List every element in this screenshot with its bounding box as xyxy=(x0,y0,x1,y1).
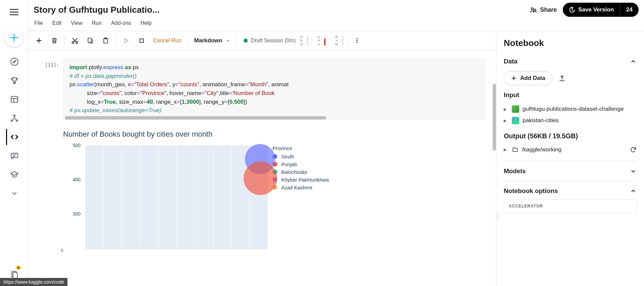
menu-addons[interactable]: Add-ons xyxy=(111,20,131,26)
save-version-label: Save Version xyxy=(578,6,614,13)
svg-point-3 xyxy=(14,115,15,116)
cell-prompt: [11]: xyxy=(39,58,59,120)
y-tick-400: 400 xyxy=(73,177,81,182)
delete-cell-button[interactable] xyxy=(48,34,61,47)
menu-view[interactable]: View xyxy=(71,20,82,26)
stop-button[interactable] xyxy=(135,34,148,47)
save-version-button[interactable]: Save Version 24 xyxy=(563,3,639,17)
svg-marker-16 xyxy=(125,39,129,43)
trophy-icon[interactable] xyxy=(6,73,22,89)
menu-help[interactable]: Help xyxy=(141,20,152,26)
plot-background xyxy=(85,145,268,249)
header: Story of Gufhtugu Publicatio... Share Sa… xyxy=(28,0,644,31)
chevron-up-icon xyxy=(630,188,637,194)
chart-title: Number of Books bought by cities over mo… xyxy=(63,130,485,139)
right-panel: Notebook Data Add Data xyxy=(496,31,644,286)
add-data-button[interactable]: Add Data xyxy=(504,71,552,85)
chart-output: Number of Books bought by cities over mo… xyxy=(63,130,485,249)
copy-button[interactable] xyxy=(84,34,97,47)
svg-point-20 xyxy=(356,42,357,43)
code-cell[interactable]: [11]: import plotly.express as px # df =… xyxy=(39,58,485,120)
input-heading: Input xyxy=(504,91,637,99)
models-icon[interactable] xyxy=(6,110,22,126)
menu-edit[interactable]: Edit xyxy=(52,20,62,26)
run-cell-button[interactable] xyxy=(119,34,133,47)
notebook-title[interactable]: Story of Gufhtugu Publicatio... xyxy=(34,5,160,15)
legend-item-balochistan[interactable]: Balochistān xyxy=(273,169,329,175)
folder-icon xyxy=(512,147,518,153)
learn-icon[interactable] xyxy=(6,166,22,183)
legend-item-kp[interactable]: Khyber Pakhtunkhwa xyxy=(273,177,329,183)
session-label: Draft Session (0m) xyxy=(251,38,296,44)
share-label: Share xyxy=(540,6,557,13)
accelerator-box[interactable]: ACCELERATOR xyxy=(504,199,637,213)
chevron-up-icon xyxy=(630,58,637,65)
accelerator-label: ACCELERATOR xyxy=(509,204,632,208)
code-icon[interactable] xyxy=(6,129,22,145)
chart-legend: Province Sindh Punjab Balochistān Khyber… xyxy=(273,145,329,249)
paste-button[interactable] xyxy=(99,34,112,47)
svg-point-19 xyxy=(356,40,357,41)
scrollbar-thumb[interactable] xyxy=(493,84,496,151)
cell-type-dropdown[interactable]: Markdown xyxy=(191,37,233,44)
legend-item-ak[interactable]: Azad Kashmir xyxy=(273,185,329,190)
code-horizontal-scrollbar[interactable] xyxy=(65,116,326,120)
cancel-run-button[interactable]: Cancel Run xyxy=(150,38,184,44)
chart-plot-area[interactable]: 500 400 300 c xyxy=(63,145,268,249)
svg-rect-13 xyxy=(88,38,91,42)
svg-rect-2 xyxy=(11,96,18,102)
recent-badge: 1 xyxy=(16,266,21,270)
create-button[interactable] xyxy=(5,28,23,47)
svg-point-9 xyxy=(531,8,533,10)
expand-more-icon[interactable] xyxy=(6,185,22,201)
cut-button[interactable] xyxy=(68,34,82,47)
code-editor[interactable]: import plotly.express as px # df = px.da… xyxy=(63,58,485,120)
hamburger-menu[interactable] xyxy=(7,5,21,19)
data-section-header[interactable]: Data xyxy=(504,58,637,65)
add-cell-button[interactable] xyxy=(32,34,46,47)
cpu-meter: CPU xyxy=(315,35,326,46)
output-heading: Output (56KB / 19.5GB) xyxy=(504,132,637,140)
left-nav-rail: 1 xyxy=(0,0,28,286)
status-bar-url: https://www.kaggle.com/code xyxy=(0,278,67,286)
models-section-header[interactable]: Models xyxy=(504,168,637,175)
menu-file[interactable]: File xyxy=(34,20,43,26)
dataset-pakistan-cities[interactable]: ▸ pakistan-cities xyxy=(504,115,637,126)
svg-rect-6 xyxy=(11,153,18,157)
svg-point-18 xyxy=(356,38,357,39)
legend-item-sindh[interactable]: Sindh xyxy=(273,154,329,159)
y-axis-label: c xyxy=(61,247,63,253)
legend-title: Province xyxy=(273,145,329,151)
menu-run[interactable]: Run xyxy=(92,20,102,26)
table-icon[interactable] xyxy=(6,91,22,107)
cell-type-label: Markdown xyxy=(194,37,222,44)
refresh-output-button[interactable] xyxy=(630,146,637,153)
ram-meter: RAM xyxy=(333,35,343,46)
bubble-punjab[interactable] xyxy=(244,161,277,195)
svg-rect-17 xyxy=(140,39,144,42)
discussions-icon[interactable] xyxy=(6,148,22,164)
chevron-down-icon xyxy=(630,168,637,175)
dataset-gufhtugu[interactable]: ▸ gufhtugu-publications-dataset-challeng… xyxy=(504,103,637,115)
menu-bar: File Edit View Run Add-ons Help xyxy=(34,17,639,31)
more-options-button[interactable] xyxy=(350,34,364,47)
options-section-header[interactable]: Notebook options xyxy=(504,187,637,195)
collapse-panel-button[interactable] xyxy=(496,212,500,220)
y-tick-500: 500 xyxy=(73,143,81,148)
svg-marker-1 xyxy=(13,60,16,63)
legend-item-punjab[interactable]: Punjab xyxy=(273,161,329,167)
save-version-count[interactable]: 24 xyxy=(620,3,639,17)
hdd-meter: HDD xyxy=(298,35,308,46)
share-button[interactable]: Share xyxy=(529,6,557,14)
svg-rect-8 xyxy=(13,273,17,278)
notebook-body[interactable]: [11]: import plotly.express as px # df =… xyxy=(28,50,496,286)
dataset-thumb-icon xyxy=(512,105,519,113)
compass-icon[interactable] xyxy=(6,54,22,70)
dataset-thumb-icon xyxy=(512,117,519,124)
output-working-dir[interactable]: ▸ /kaggle/working xyxy=(504,144,637,155)
y-tick-300: 300 xyxy=(73,211,81,217)
session-status[interactable]: Draft Session (0m) xyxy=(244,38,296,44)
upload-button[interactable] xyxy=(558,75,566,82)
panel-title: Notebook xyxy=(504,38,637,48)
notebook-toolbar: Cancel Run Markdown Draft Session (0m) H… xyxy=(28,31,496,50)
